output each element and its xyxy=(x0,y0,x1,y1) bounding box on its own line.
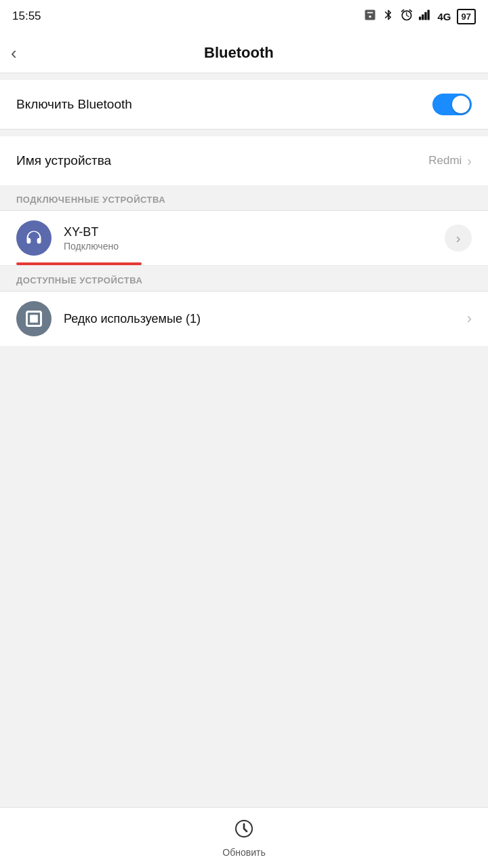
svg-rect-3 xyxy=(427,10,429,20)
page-title: Bluetooth xyxy=(28,44,450,62)
device-icon-headphones xyxy=(16,220,52,256)
svg-rect-0 xyxy=(419,17,421,20)
bluetooth-toggle-label: Включить Bluetooth xyxy=(16,97,132,112)
divider-1 xyxy=(0,129,488,130)
available-device-chevron-icon: › xyxy=(467,310,472,328)
connected-device-info: XY-BT Подключено xyxy=(64,225,445,252)
available-device-name: Редко используемые (1) xyxy=(64,312,467,326)
refresh-icon[interactable] xyxy=(233,818,255,844)
svg-rect-5 xyxy=(30,315,38,323)
signal-icon xyxy=(419,9,432,23)
available-device-icon xyxy=(16,301,52,336)
device-name-value: Redmi › xyxy=(428,153,472,169)
svg-rect-1 xyxy=(422,14,424,20)
connected-devices-section: XY-BT Подключено › xyxy=(0,211,488,266)
status-icons: 4G 97 xyxy=(363,8,476,24)
battery-icon: 97 xyxy=(457,9,476,24)
bluetooth-toggle-section: Включить Bluetooth xyxy=(0,80,488,129)
connected-device-row[interactable]: XY-BT Подключено › xyxy=(0,211,488,266)
bluetooth-status-icon xyxy=(382,8,394,24)
page-header: ‹ Bluetooth xyxy=(0,33,488,73)
status-bar: 15:55 4G 97 xyxy=(0,0,488,33)
drive-icon xyxy=(363,8,377,24)
device-name-text: Redmi xyxy=(428,154,462,167)
device-name-label: Имя устройства xyxy=(16,153,111,168)
device-name-row[interactable]: Имя устройства Redmi › xyxy=(0,136,488,185)
connected-section-header: ПОДКЛЮЧЕННЫЕ УСТРОЙСТВА xyxy=(0,185,488,210)
available-device-row[interactable]: Редко используемые (1) › xyxy=(0,292,488,346)
bottom-bar: Обновить xyxy=(0,807,488,868)
refresh-label[interactable]: Обновить xyxy=(222,847,265,858)
device-name-section: Имя устройства Redmi › xyxy=(0,136,488,185)
connected-device-status: Подключено xyxy=(64,241,445,252)
headphones-icon xyxy=(24,229,43,248)
connected-device-chevron-button[interactable]: › xyxy=(445,224,472,252)
chevron-right-icon-2: › xyxy=(456,231,461,246)
available-devices-section: Редко используемые (1) › xyxy=(0,292,488,346)
connected-device-name: XY-BT xyxy=(64,225,445,239)
back-button[interactable]: ‹ xyxy=(11,44,17,62)
chevron-right-icon: › xyxy=(467,153,472,169)
square-icon xyxy=(24,309,43,328)
progress-bar xyxy=(16,262,142,265)
alarm-icon xyxy=(400,8,413,24)
bluetooth-toggle[interactable] xyxy=(432,94,472,115)
svg-rect-2 xyxy=(424,12,426,20)
4g-icon: 4G xyxy=(438,11,451,22)
bluetooth-toggle-row: Включить Bluetooth xyxy=(0,80,488,129)
status-time: 15:55 xyxy=(12,9,41,23)
progress-bar-container xyxy=(16,262,472,265)
available-section-header: ДОСТУПНЫЕ УСТРОЙСТВА xyxy=(0,266,488,291)
